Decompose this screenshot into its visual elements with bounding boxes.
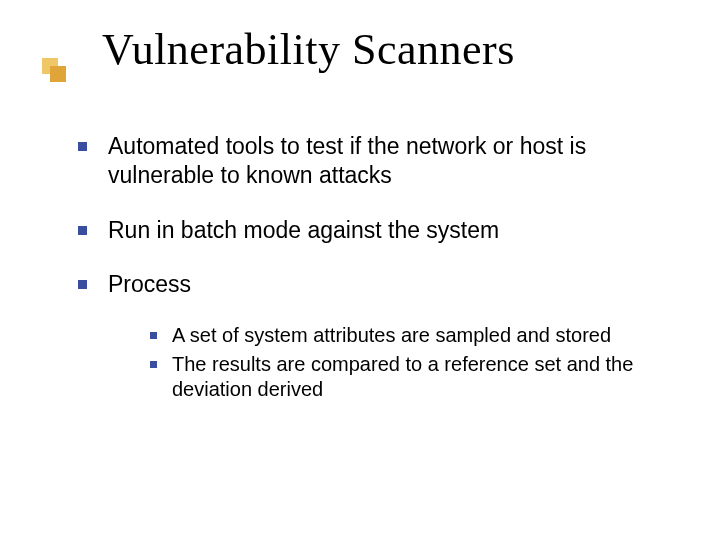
sub-bullet-item: The results are compared to a reference … bbox=[150, 352, 660, 402]
square-bullet-icon bbox=[78, 226, 87, 235]
bullet-text: Automated tools to test if the network o… bbox=[108, 133, 586, 188]
sub-bullet-text: The results are compared to a reference … bbox=[172, 353, 633, 400]
bullet-list: Automated tools to test if the network o… bbox=[78, 132, 660, 402]
accent-square-inner bbox=[50, 66, 66, 82]
bullet-text: Run in batch mode against the system bbox=[108, 217, 499, 243]
square-bullet-icon bbox=[78, 280, 87, 289]
bullet-item: Process A set of system attributes are s… bbox=[78, 270, 660, 402]
square-bullet-icon bbox=[150, 361, 157, 368]
accent-decoration bbox=[42, 58, 66, 82]
bullet-item: Automated tools to test if the network o… bbox=[78, 132, 660, 190]
sub-bullet-text: A set of system attributes are sampled a… bbox=[172, 324, 611, 346]
sub-bullet-item: A set of system attributes are sampled a… bbox=[150, 323, 660, 348]
slide-content: Automated tools to test if the network o… bbox=[0, 100, 720, 402]
title-area: Vulnerability Scanners bbox=[0, 0, 720, 100]
bullet-item: Run in batch mode against the system bbox=[78, 216, 660, 245]
sub-bullet-list: A set of system attributes are sampled a… bbox=[150, 323, 660, 402]
slide-container: Vulnerability Scanners Automated tools t… bbox=[0, 0, 720, 540]
bullet-text: Process bbox=[108, 271, 191, 297]
square-bullet-icon bbox=[78, 142, 87, 151]
slide-title: Vulnerability Scanners bbox=[102, 24, 720, 75]
square-bullet-icon bbox=[150, 332, 157, 339]
